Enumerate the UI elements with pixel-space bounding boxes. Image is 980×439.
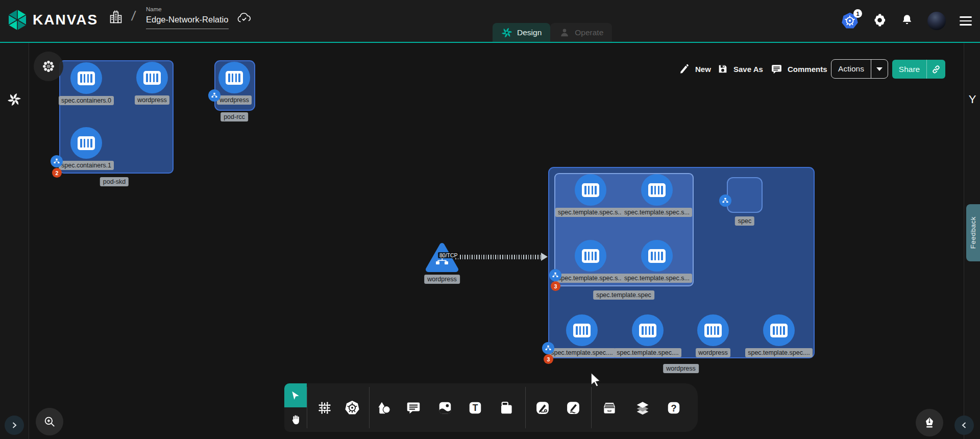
node-label: spec.template.spec.s... xyxy=(622,208,692,217)
sitemap-icon xyxy=(722,197,729,204)
sitemap-icon xyxy=(552,272,559,279)
hierarchy-badge[interactable] xyxy=(719,194,731,207)
issue-count-badge[interactable]: 3 xyxy=(544,354,553,364)
container-icon xyxy=(697,314,729,346)
name-field-value[interactable]: Edge-Network-Relatio xyxy=(146,15,229,29)
organization-icon[interactable] xyxy=(108,9,124,28)
edge-port-label: 80/TCP xyxy=(438,252,459,258)
container-icon xyxy=(218,62,250,93)
new-button[interactable]: New xyxy=(679,61,711,77)
layers-tool-button[interactable] xyxy=(634,400,651,416)
actions-label: Actions xyxy=(831,64,871,74)
hierarchy-badge[interactable] xyxy=(549,269,561,281)
shapes-tool-button[interactable] xyxy=(376,400,392,416)
container-node[interactable]: spec.template.spec.s... xyxy=(621,240,693,283)
drawer-tool-button[interactable] xyxy=(601,400,618,416)
select-tool-button[interactable] xyxy=(284,383,307,407)
container-icon xyxy=(641,174,673,206)
meshery-swirl-icon[interactable] xyxy=(7,92,21,109)
sitemap-icon xyxy=(545,345,552,352)
comments-button[interactable]: Comments xyxy=(771,61,827,77)
text-tool-button[interactable]: T xyxy=(467,400,483,416)
frame-icon xyxy=(499,400,514,416)
network-edge[interactable] xyxy=(455,255,543,259)
toolbar-divider xyxy=(525,387,526,428)
group-label: pod-skd xyxy=(100,177,129,186)
question-icon: ? xyxy=(666,400,681,416)
group-label: pod-rcc xyxy=(220,112,248,121)
tab-operate[interactable]: Operate xyxy=(550,23,612,42)
feedback-tab[interactable]: Feedback xyxy=(966,204,980,261)
copy-link-button[interactable] xyxy=(927,64,945,75)
container-node[interactable]: spec.template.spec.... xyxy=(612,314,683,357)
design-name-field[interactable]: Name Edge-Network-Relatio xyxy=(146,6,229,29)
image-tool-button[interactable] xyxy=(437,400,453,416)
toolbar-divider xyxy=(369,387,370,428)
notifications-bell-icon[interactable] xyxy=(900,13,914,29)
kanvas-logo[interactable]: KANVAS xyxy=(7,9,98,31)
comment-tool-button[interactable] xyxy=(405,400,422,416)
design-swirl-icon xyxy=(501,27,512,38)
container-node[interactable]: wordpress xyxy=(677,314,749,357)
kubernetes-context-button[interactable]: 1 xyxy=(841,12,859,30)
frame-tool-button[interactable] xyxy=(498,400,514,416)
share-button[interactable]: Share xyxy=(892,60,945,79)
settings-gear-icon[interactable] xyxy=(873,13,887,29)
edge-pen-tool-button[interactable] xyxy=(534,400,551,416)
mouse-cursor xyxy=(590,372,603,388)
hierarchy-badge[interactable] xyxy=(51,155,63,167)
hierarchy-badge[interactable] xyxy=(542,342,554,354)
container-icon xyxy=(70,62,102,94)
container-node[interactable]: spec.template.spec.... xyxy=(546,314,618,357)
container-node[interactable]: wordpress xyxy=(116,62,188,105)
node-action-gear-button[interactable] xyxy=(34,52,63,81)
actions-dropdown-button[interactable]: Actions xyxy=(831,59,888,79)
accent-divider xyxy=(0,42,980,43)
save-as-button[interactable]: Save As xyxy=(717,61,763,77)
issue-count-badge[interactable]: 3 xyxy=(551,281,560,291)
container-node[interactable]: spec.template.spec.s... xyxy=(555,174,626,217)
issue-count-badge[interactable]: 2 xyxy=(52,168,62,178)
zoom-button[interactable] xyxy=(36,408,63,435)
layers-icon xyxy=(634,400,651,416)
help-tool-button[interactable]: ? xyxy=(666,400,682,416)
expand-left-panel-button[interactable] xyxy=(5,416,24,435)
user-avatar[interactable] xyxy=(927,12,946,30)
kubernetes-tool-button[interactable] xyxy=(344,400,360,416)
container-node[interactable]: spec.template.spec.s... xyxy=(555,240,626,283)
hierarchy-badge[interactable] xyxy=(208,89,220,102)
node-label: spec.template.spec.s... xyxy=(555,274,626,283)
magnifier-plus-icon xyxy=(43,415,56,428)
node-label: spec.template.spec.... xyxy=(548,348,616,357)
caret-down-icon xyxy=(876,67,883,71)
menu-hamburger-icon[interactable] xyxy=(960,16,972,26)
operate-icon xyxy=(559,27,570,38)
node-label: wordpress xyxy=(135,95,169,105)
pencil-icon xyxy=(566,400,581,416)
sitemap-icon xyxy=(53,158,60,165)
yaml-panel-icon[interactable]: Y xyxy=(964,93,980,106)
container-node[interactable]: spec.template.spec.... xyxy=(743,314,815,357)
share-label: Share xyxy=(892,65,926,74)
group-label: wordpress xyxy=(663,364,699,373)
node-label: spec.template.spec.s... xyxy=(622,274,692,283)
comments-label: Comments xyxy=(788,65,827,74)
mode-tabs: Design Operate xyxy=(493,23,612,42)
container-icon xyxy=(575,174,606,206)
flower-gear-icon xyxy=(41,59,56,74)
actions-caret[interactable] xyxy=(871,67,888,71)
pan-tool-button[interactable] xyxy=(284,407,307,432)
validate-pen-button[interactable] xyxy=(916,409,943,436)
container-icon xyxy=(566,314,598,346)
expand-right-panel-button[interactable] xyxy=(954,416,974,435)
components-tool-button[interactable] xyxy=(316,400,333,416)
node-label: wordpress xyxy=(217,95,252,105)
context-count-badge: 1 xyxy=(853,9,862,18)
node-spec[interactable] xyxy=(727,177,763,213)
freehand-tool-button[interactable] xyxy=(565,400,581,416)
cloud-saved-icon xyxy=(237,11,252,26)
container-node[interactable]: spec.template.spec.s... xyxy=(621,174,693,217)
node-label: spec.template.spec.... xyxy=(614,348,681,357)
tab-design[interactable]: Design xyxy=(493,23,550,42)
name-field-label: Name xyxy=(146,6,229,12)
